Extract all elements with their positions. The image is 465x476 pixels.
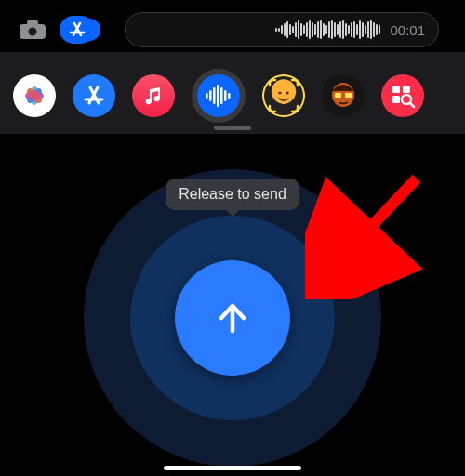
svg-line-36 xyxy=(410,103,414,107)
waveform-icon xyxy=(275,20,380,39)
svg-rect-1 xyxy=(27,20,38,26)
drawer-app-audio-message[interactable] xyxy=(197,74,240,117)
svg-point-26 xyxy=(278,91,281,94)
app-drawer-toggle-button[interactable] xyxy=(60,16,95,44)
app-store-icon xyxy=(68,20,86,39)
arrow-up-icon xyxy=(210,296,255,340)
audio-waveform-icon xyxy=(205,85,232,107)
app-drawer xyxy=(0,52,465,134)
svg-rect-31 xyxy=(345,93,352,98)
music-note-icon xyxy=(142,85,165,107)
camera-button[interactable] xyxy=(15,16,50,44)
svg-point-27 xyxy=(286,91,288,94)
svg-rect-23 xyxy=(224,90,227,101)
photos-icon xyxy=(20,82,48,110)
svg-rect-30 xyxy=(335,93,341,98)
svg-rect-19 xyxy=(209,90,212,101)
release-to-send-tooltip: Release to send xyxy=(166,178,299,210)
send-audio-button[interactable] xyxy=(175,260,290,376)
drawer-app-memoji-scan[interactable] xyxy=(262,74,305,117)
input-toolbar: 00:01 xyxy=(0,0,465,52)
drawer-app-music[interactable] xyxy=(132,74,175,117)
drawer-app-app-store[interactable] xyxy=(73,74,115,117)
camera-icon xyxy=(19,20,46,40)
tooltip-text: Release to send xyxy=(179,186,286,202)
drawer-app-memoji[interactable] xyxy=(322,74,365,117)
memoji-icon xyxy=(322,74,365,117)
svg-point-25 xyxy=(274,86,293,104)
drawer-app-photos[interactable] xyxy=(13,74,56,117)
home-indicator[interactable] xyxy=(164,466,301,470)
svg-rect-18 xyxy=(206,93,208,99)
drawer-grabber[interactable] xyxy=(214,126,251,130)
recording-pill[interactable]: 00:01 xyxy=(125,12,439,47)
svg-rect-21 xyxy=(217,85,219,107)
app-store-icon xyxy=(82,84,106,108)
audio-record-surface: Release to send xyxy=(0,134,465,476)
svg-rect-34 xyxy=(392,96,400,103)
search-grid-icon xyxy=(389,82,417,110)
svg-rect-24 xyxy=(228,93,231,99)
recording-duration: 00:01 xyxy=(390,22,425,38)
drawer-selected-slot xyxy=(192,69,246,123)
svg-rect-20 xyxy=(213,87,216,104)
svg-rect-32 xyxy=(392,86,400,93)
drawer-app-hashtag-images[interactable] xyxy=(381,74,424,117)
svg-rect-22 xyxy=(220,87,223,104)
memoji-scan-icon xyxy=(262,74,305,117)
svg-rect-33 xyxy=(403,86,410,93)
